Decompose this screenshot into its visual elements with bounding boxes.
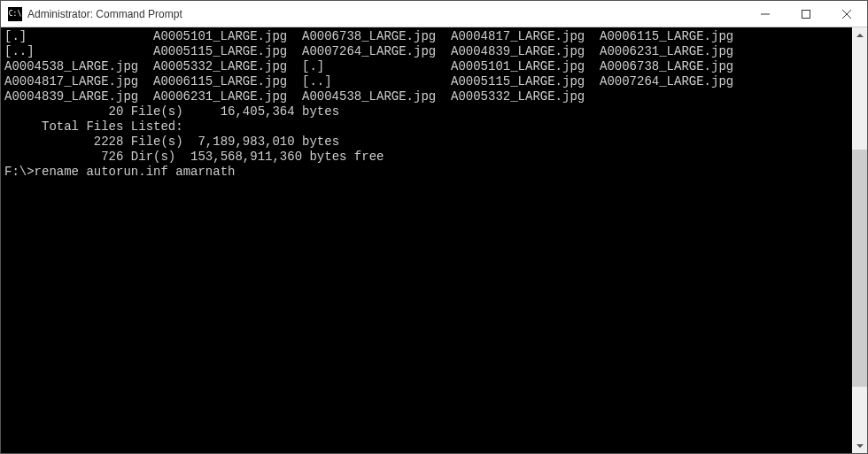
maximize-button[interactable]: [786, 1, 826, 27]
prompt-line: F:\>rename autorun.inf amarnath: [4, 165, 849, 180]
scroll-thumb[interactable]: [852, 150, 867, 387]
minimize-button[interactable]: [745, 1, 786, 27]
scroll-track[interactable]: [852, 42, 867, 438]
close-button[interactable]: [826, 1, 867, 27]
scroll-down-arrow[interactable]: [852, 438, 867, 453]
file-row: [.]A0005101_LARGE.jpgA0006738_LARGE.jpgA…: [4, 29, 849, 44]
command-prompt-window: C:\ Administrator: Command Prompt [.]A00…: [0, 0, 868, 454]
vertical-scrollbar[interactable]: [852, 27, 867, 453]
svg-marker-5: [856, 444, 864, 448]
svg-rect-1: [802, 10, 810, 18]
titlebar[interactable]: C:\ Administrator: Command Prompt: [1, 1, 867, 27]
svg-marker-4: [856, 34, 864, 37]
total-header: Total Files Listed:: [4, 119, 849, 135]
file-row: A0004538_LARGE.jpgA0005332_LARGE.jpg[.]A…: [4, 59, 849, 74]
terminal-wrapper: [.]A0005101_LARGE.jpgA0006738_LARGE.jpgA…: [1, 27, 867, 453]
terminal-output[interactable]: [.]A0005101_LARGE.jpgA0006738_LARGE.jpgA…: [1, 27, 852, 453]
file-row: A0004817_LARGE.jpgA0006115_LARGE.jpg[..]…: [4, 74, 849, 89]
file-row: A0004839_LARGE.jpgA0006231_LARGE.jpgA000…: [4, 89, 849, 104]
file-row: [..]A0005115_LARGE.jpgA0007264_LARGE.jpg…: [4, 44, 849, 59]
cmd-icon: C:\: [8, 7, 22, 21]
window-controls: [745, 1, 867, 27]
window-title: Administrator: Command Prompt: [27, 8, 745, 20]
total-files: 2228 File(s) 7,189,983,010 bytes: [4, 135, 849, 150]
scroll-up-arrow[interactable]: [852, 27, 867, 42]
total-dirs: 726 Dir(s) 153,568,911,360 bytes free: [4, 150, 849, 165]
dir-summary: 20 File(s) 16,405,364 bytes: [4, 104, 849, 119]
